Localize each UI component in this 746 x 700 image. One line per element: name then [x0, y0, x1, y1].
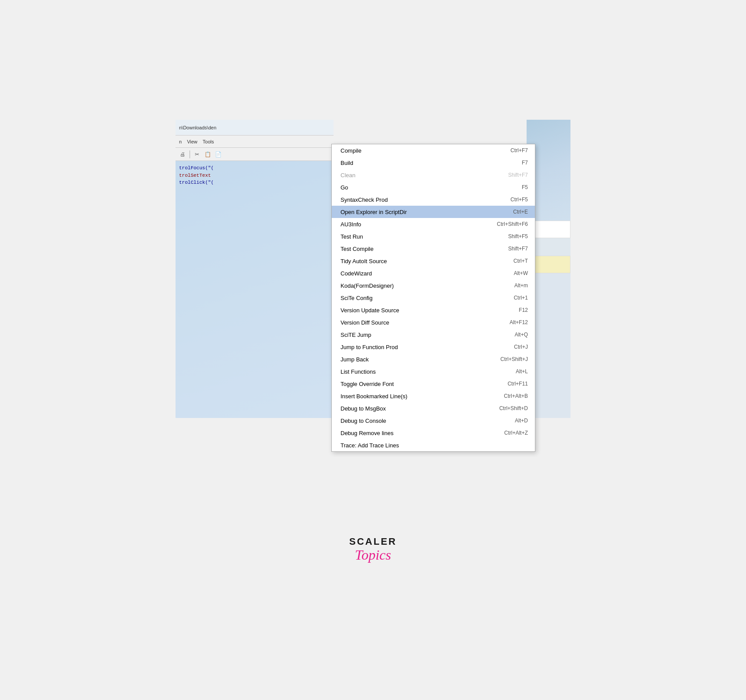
- scaler-brand: SCALER Topics: [349, 536, 397, 563]
- menu-item-shortcut-0: Ctrl+F7: [484, 147, 528, 154]
- menu-item-20[interactable]: Insert Bookmarked Line(s)Ctrl+Alt+B: [332, 390, 535, 402]
- code-line-2: trolSetText: [179, 172, 330, 179]
- menu-item-8[interactable]: Test CompileShift+F7: [332, 243, 535, 255]
- menu-item-shortcut-3: F5: [484, 184, 528, 190]
- menu-item-0[interactable]: CompileCtrl+F7: [332, 144, 535, 157]
- menu-item-label-17: Jump Back: [341, 356, 484, 363]
- menu-item-18[interactable]: List FunctionsAlt+L: [332, 365, 535, 378]
- editor-menu-bar: n View Tools: [176, 136, 334, 148]
- menu-view[interactable]: View: [187, 139, 197, 144]
- menu-item-1[interactable]: BuildF7: [332, 157, 535, 169]
- menu-item-label-3: Go: [341, 184, 484, 191]
- menu-item-label-2: Clean: [341, 172, 484, 179]
- menu-item-label-5: Open Explorer in ScriptDir: [341, 209, 484, 215]
- editor-path-bar: n\Downloads\den: [176, 120, 334, 136]
- menu-item-shortcut-11: Alt+m: [484, 282, 528, 289]
- menu-item-16[interactable]: Jump to Function ProdCtrl+J: [332, 341, 535, 353]
- menu-item-label-19: Toggle Override Font: [341, 381, 484, 387]
- menu-item-14[interactable]: Version Diff SourceAlt+F12: [332, 316, 535, 329]
- menu-item-7[interactable]: Test RunShift+F5: [332, 230, 535, 243]
- scaler-title: SCALER: [349, 536, 397, 547]
- menu-item-label-8: Test Compile: [341, 246, 484, 252]
- menu-item-shortcut-1: F7: [484, 160, 528, 166]
- menu-item-label-0: Compile: [341, 147, 484, 154]
- menu-item-shortcut-4: Ctrl+F5: [484, 196, 528, 203]
- menu-item-10[interactable]: CodeWizardAlt+W: [332, 267, 535, 279]
- menu-item-label-12: SciTe Config: [341, 295, 484, 301]
- menu-item-shortcut-20: Ctrl+Alt+B: [484, 393, 528, 399]
- menu-item-shortcut-13: F12: [484, 307, 528, 313]
- menu-item-shortcut-10: Alt+W: [484, 270, 528, 276]
- menu-item-label-14: Version Diff Source: [341, 319, 484, 326]
- menu-item-label-24: Trace: Add Trace Lines: [341, 442, 528, 449]
- menu-item-shortcut-18: Alt+L: [484, 368, 528, 375]
- menu-item-2: CleanShift+F7: [332, 169, 535, 181]
- menu-item-shortcut-23: Ctrl+Alt+Z: [484, 430, 528, 436]
- menu-item-shortcut-5: Ctrl+E: [484, 209, 528, 215]
- menu-item-label-6: AU3Info: [341, 221, 484, 228]
- menu-n[interactable]: n: [179, 139, 182, 144]
- cut-icon[interactable]: ✂: [193, 150, 201, 159]
- menu-item-9[interactable]: Tidy AutoIt SourceCtrl+T: [332, 255, 535, 267]
- menu-item-21[interactable]: Debug to MsgBoxCtrl+Shift+D: [332, 402, 535, 414]
- code-line-3: trolClick("(: [179, 179, 330, 186]
- menu-item-label-20: Insert Bookmarked Line(s): [341, 393, 484, 400]
- menu-item-19[interactable]: Toggle Override FontCtrl+F11: [332, 378, 535, 390]
- menu-item-shortcut-2: Shift+F7: [484, 172, 528, 178]
- menu-item-label-7: Test Run: [341, 233, 484, 240]
- menu-item-shortcut-22: Alt+D: [484, 418, 528, 424]
- menu-item-label-22: Debug to Console: [341, 418, 484, 424]
- menu-item-shortcut-15: Alt+Q: [484, 332, 528, 338]
- menu-item-shortcut-8: Shift+F7: [484, 246, 528, 252]
- scaler-topics: Topics: [349, 547, 397, 563]
- menu-item-label-10: CodeWizard: [341, 270, 484, 277]
- menu-item-shortcut-17: Ctrl+Shift+J: [484, 356, 528, 362]
- menu-item-label-16: Jump to Function Prod: [341, 344, 484, 350]
- menu-item-shortcut-14: Alt+F12: [484, 319, 528, 325]
- menu-item-label-23: Debug Remove lines: [341, 430, 484, 436]
- menu-item-label-1: Build: [341, 160, 484, 166]
- menu-item-label-13: Version Update Source: [341, 307, 484, 314]
- menu-item-label-15: SciTE Jump: [341, 332, 484, 338]
- menu-item-shortcut-19: Ctrl+F11: [484, 381, 528, 387]
- menu-item-shortcut-6: Ctrl+Shift+F6: [484, 221, 528, 227]
- menu-item-24[interactable]: Trace: Add Trace Lines: [332, 439, 535, 451]
- copy-icon[interactable]: 📋: [203, 150, 212, 159]
- menu-tools[interactable]: Tools: [203, 139, 214, 144]
- menu-item-label-11: Koda(FormDesigner): [341, 282, 484, 289]
- editor-path: n\Downloads\den: [179, 125, 216, 130]
- menu-item-3[interactable]: GoF5: [332, 181, 535, 193]
- menu-item-11[interactable]: Koda(FormDesigner)Alt+m: [332, 279, 535, 292]
- menu-item-4[interactable]: SyntaxCheck ProdCtrl+F5: [332, 193, 535, 206]
- menu-item-17[interactable]: Jump BackCtrl+Shift+J: [332, 353, 535, 365]
- code-line-1: trolFocus("(: [179, 164, 330, 172]
- menu-item-22[interactable]: Debug to ConsoleAlt+D: [332, 414, 535, 427]
- editor-toolbar: 🖨 ✂ 📋 📄: [176, 148, 334, 161]
- editor-code: trolFocus("( trolSetText trolClick("(: [176, 161, 334, 190]
- menu-item-label-9: Tidy AutoIt Source: [341, 258, 484, 264]
- menu-item-shortcut-7: Shift+F5: [484, 233, 528, 239]
- menu-item-shortcut-16: Ctrl+J: [484, 344, 528, 350]
- paste-icon[interactable]: 📄: [214, 150, 222, 159]
- menu-item-6[interactable]: AU3InfoCtrl+Shift+F6: [332, 218, 535, 230]
- menu-item-15[interactable]: SciTE JumpAlt+Q: [332, 329, 535, 341]
- menu-item-13[interactable]: Version Update SourceF12: [332, 304, 535, 316]
- menu-item-shortcut-12: Ctrl+1: [484, 295, 528, 301]
- menu-item-23[interactable]: Debug Remove linesCtrl+Alt+Z: [332, 427, 535, 439]
- print-icon[interactable]: 🖨: [178, 150, 187, 159]
- menu-item-label-21: Debug to MsgBox: [341, 405, 484, 412]
- menu-item-label-18: List Functions: [341, 368, 484, 375]
- menu-item-shortcut-9: Ctrl+T: [484, 258, 528, 264]
- menu-item-5[interactable]: Open Explorer in ScriptDirCtrl+E: [332, 206, 535, 218]
- menu-item-12[interactable]: SciTe ConfigCtrl+1: [332, 292, 535, 304]
- menu-item-shortcut-21: Ctrl+Shift+D: [484, 405, 528, 411]
- menu-item-label-4: SyntaxCheck Prod: [341, 196, 484, 203]
- toolbar-separator-1: [190, 150, 190, 158]
- context-menu: CompileCtrl+F7BuildF7CleanShift+F7GoF5Sy…: [331, 144, 535, 452]
- editor-panel: n\Downloads\den n View Tools 🖨 ✂ 📋 📄 tro…: [176, 120, 334, 418]
